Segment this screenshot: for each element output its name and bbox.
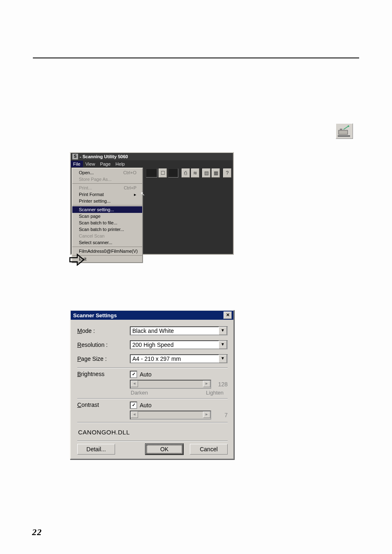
- menu-page[interactable]: Page: [97, 161, 113, 167]
- menu-file[interactable]: File: [71, 161, 83, 167]
- page-number: 22: [32, 527, 42, 538]
- scanner-settings-dialog: Scanner Settings ✕ Mode : Black and Whit…: [70, 310, 234, 459]
- brightness-auto-label: Auto: [140, 371, 152, 378]
- checkbox-icon: ✓: [130, 371, 137, 378]
- close-icon[interactable]: ✕: [224, 312, 232, 319]
- lighten-label: Lighten: [206, 390, 224, 396]
- page-size-combo[interactable]: A4 - 210 x 297 mm ▼: [130, 354, 228, 363]
- file-select-scanner[interactable]: Select scanner...: [72, 239, 142, 246]
- svg-rect-4: [338, 135, 350, 137]
- page-top-divider: [33, 58, 359, 58]
- tb-print-icon[interactable]: ⎙: [182, 169, 190, 178]
- slider-right-icon: ►: [203, 411, 210, 418]
- slider-left-icon: ◄: [131, 381, 138, 387]
- file-print: Print... Ctrl+P: [72, 185, 142, 191]
- tb-open-icon[interactable]: ☐: [159, 169, 167, 178]
- detail-button[interactable]: Detail...: [77, 444, 115, 455]
- svg-point-3: [348, 125, 349, 127]
- ok-button[interactable]: OK: [145, 444, 183, 455]
- mode-value: Black and White: [132, 328, 174, 334]
- mode-label: Mode :: [77, 328, 130, 334]
- contrast-slider: ◄ ►: [130, 411, 211, 420]
- app-icon: S: [72, 154, 78, 159]
- checkbox-icon: ✓: [130, 402, 137, 409]
- mode-combo[interactable]: Black and White ▼: [130, 326, 228, 335]
- page-total-box: [168, 169, 178, 178]
- brightness-auto-checkbox[interactable]: ✓ Auto: [130, 371, 228, 378]
- svg-line-2: [344, 126, 348, 129]
- cancel-button[interactable]: Cancel: [190, 444, 228, 455]
- tb-scanner-icon[interactable]: ≋: [191, 169, 199, 178]
- file-menu-dropdown: Open... Ctrl+O Store Page As... Print...…: [71, 168, 143, 263]
- svg-rect-0: [339, 130, 348, 134]
- menu-help[interactable]: Help: [113, 161, 127, 167]
- resolution-value: 200 High Speed: [132, 342, 173, 348]
- brightness-value: 128: [214, 381, 228, 388]
- chevron-down-icon[interactable]: ▼: [219, 341, 227, 349]
- darken-label: Darken: [131, 390, 148, 396]
- file-print-format[interactable]: Print Format ▸: [72, 191, 142, 198]
- contrast-auto-label: Auto: [140, 402, 152, 409]
- file-printer-setting[interactable]: Printer setting...: [72, 198, 142, 204]
- separator: [77, 422, 228, 423]
- page-number-box[interactable]: [146, 169, 157, 178]
- dialog-title: Scanner Settings: [73, 312, 117, 319]
- contrast-value: 7: [214, 412, 228, 418]
- contrast-label: Contrast: [77, 402, 130, 408]
- file-store-page-as: Store Page As...: [72, 176, 142, 182]
- chevron-down-icon[interactable]: ▼: [219, 355, 227, 363]
- toolbar: ☐ ⎙ ≋ ▤ ▦ ?: [145, 168, 231, 178]
- separator: [77, 398, 228, 399]
- cursor-icon: ↖: [141, 191, 145, 197]
- file-scan-batch-to-file[interactable]: Scan batch to file...: [72, 219, 142, 226]
- flow-arrow-icon: [69, 254, 85, 267]
- menu-view[interactable]: View: [83, 161, 98, 167]
- file-scan-page[interactable]: Scan page: [72, 213, 142, 219]
- file-scanner-setting[interactable]: Scanner setting...: [72, 206, 142, 213]
- scanner-setting-toolbar-icon[interactable]: [336, 123, 353, 139]
- document-area: [145, 178, 231, 252]
- slider-right-icon: ►: [203, 381, 210, 387]
- window-title: - Scanning Utility 5060: [80, 154, 128, 159]
- tb-help-icon[interactable]: ?: [223, 169, 231, 178]
- separator: [77, 441, 228, 441]
- page-size-label: Page Size :: [77, 355, 130, 362]
- scanning-utility-window: S - Scanning Utility 5060 File View Page…: [70, 152, 234, 255]
- resolution-combo[interactable]: 200 High Speed ▼: [130, 340, 228, 349]
- dialog-titlebar: Scanner Settings ✕: [71, 311, 233, 320]
- file-cancel-scan: Cancel Scan: [72, 233, 142, 239]
- window-titlebar: S - Scanning Utility 5060: [71, 153, 233, 160]
- separator: [77, 367, 228, 368]
- dll-name: CANONGOH.DLL: [77, 425, 228, 438]
- file-open[interactable]: Open... Ctrl+O: [72, 169, 142, 176]
- tb-scan-batch-icon[interactable]: ▦: [212, 169, 220, 178]
- menubar[interactable]: File View Page Help: [71, 160, 233, 168]
- svg-rect-1: [340, 129, 342, 130]
- slider-left-icon: ◄: [131, 411, 138, 418]
- contrast-auto-checkbox[interactable]: ✓ Auto: [130, 402, 228, 409]
- file-scan-batch-to-printer[interactable]: Scan batch to printer...: [72, 226, 142, 233]
- brightness-label: Brightness: [77, 371, 130, 377]
- chevron-down-icon[interactable]: ▼: [219, 327, 227, 335]
- page-size-value: A4 - 210 x 297 mm: [132, 355, 181, 362]
- brightness-slider: ◄ ►: [130, 380, 211, 389]
- resolution-label: Resolution :: [77, 342, 130, 348]
- tb-scan-page-icon[interactable]: ▤: [202, 169, 210, 178]
